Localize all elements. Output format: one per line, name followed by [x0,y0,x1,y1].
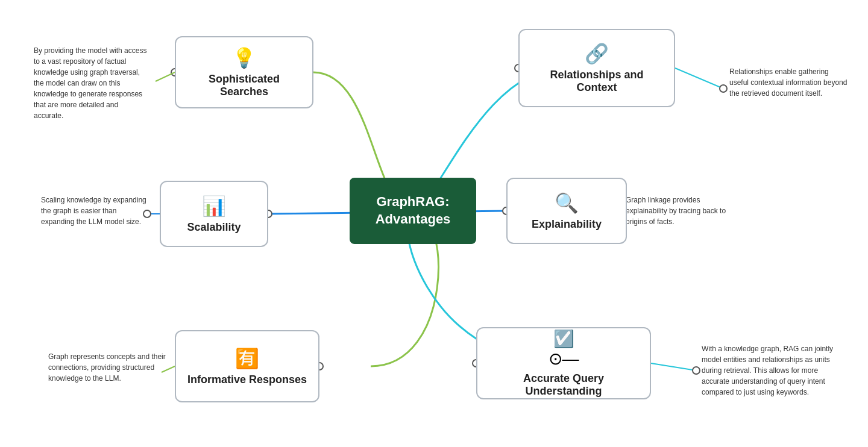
relationships-label: Relationships and Context [529,69,664,94]
desc-sophisticated: By providing the model with access to a … [34,45,148,121]
svg-line-8 [675,68,723,89]
sophisticated-icon: 💡 [232,46,256,69]
desc-scalability: Scaling knowledge by expanding the graph… [41,195,146,227]
svg-point-13 [693,367,700,374]
scalability-label: Scalability [187,221,241,234]
node-explainability: 🔍 Explainability [506,178,627,244]
svg-point-9 [720,85,727,92]
desc-accurate: With a knowledge graph, RAG can jointly … [702,343,834,398]
node-accurate: ☑️⊙— Accurate Query Understanding [476,327,651,399]
node-informative: 🈶 Informative Responses [175,330,319,402]
svg-line-16 [156,72,175,81]
informative-icon: 🈶 [235,347,259,370]
node-scalability: 📊 Scalability [160,181,268,247]
svg-line-12 [651,363,696,370]
explainability-icon: 🔍 [555,192,579,214]
desc-relationships: Relationships enable gathering useful co… [729,66,850,99]
node-sophisticated: 💡 Sophisticated Searches [175,36,313,108]
scalability-icon: 📊 [202,195,226,217]
explainability-label: Explainability [532,218,602,231]
center-label: GraphRAG:Advantages [376,193,451,228]
accurate-label: Accurate Query Understanding [487,372,640,398]
informative-label: Informative Responses [187,374,307,386]
mind-map: GraphRAG:Advantages 💡 Sophisticated Sear… [0,0,868,447]
desc-informative: Graph represents concepts and their conn… [48,351,166,384]
accurate-icon: ☑️⊙— [549,329,579,369]
sophisticated-label: Sophisticated Searches [186,73,303,98]
relationships-icon: 🔗 [585,42,609,65]
node-relationships: 🔗 Relationships and Context [518,29,675,107]
desc-explainability: Graph linkage provides explainability by… [626,195,734,227]
center-node: GraphRAG:Advantages [350,178,476,244]
